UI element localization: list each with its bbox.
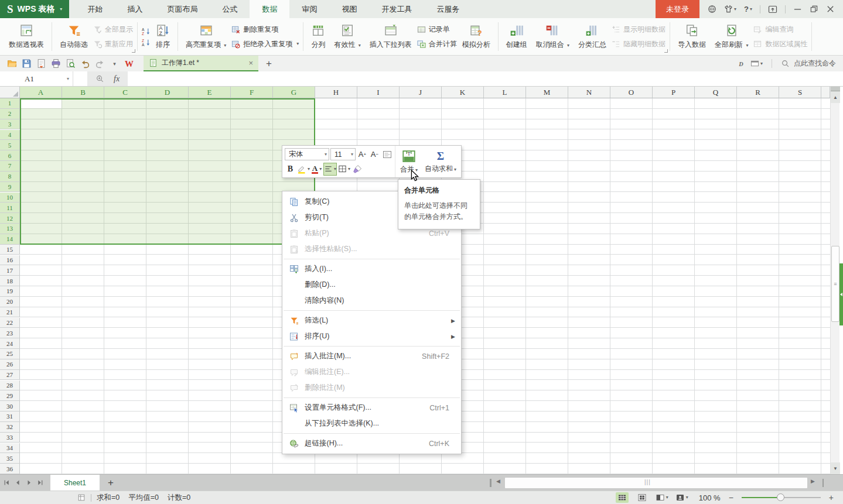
menu-tab-0[interactable]: 开始 (75, 0, 115, 18)
page-layout-view-icon[interactable] (636, 492, 649, 503)
scroll-down-icon[interactable]: ▼ (831, 462, 840, 474)
ribbon-button[interactable]: 取消组合 ▾ (533, 22, 573, 51)
row-header-6[interactable]: 6 (0, 150, 20, 161)
active-cell[interactable] (21, 100, 62, 108)
highlight-color-button[interactable]: ▾ (297, 163, 310, 176)
login-button[interactable]: 未登录 (656, 0, 699, 18)
menu-tab-7[interactable]: 开发工具 (369, 0, 424, 18)
row-header-25[interactable]: 25 (0, 349, 20, 359)
find-command[interactable]: D ▾ 点此查找命令 (738, 59, 843, 68)
scroll-left-icon[interactable]: ◀ (496, 478, 500, 484)
column-header-O[interactable]: O (610, 87, 653, 98)
zoom-selection-icon[interactable] (95, 74, 104, 83)
menu-tab-3[interactable]: 公式 (210, 0, 250, 18)
column-header-J[interactable]: J (400, 87, 442, 98)
help-icon[interactable]: ?▾ (744, 5, 752, 13)
font-name-select[interactable]: 宋体 ▾ (285, 148, 329, 160)
row-header-22[interactable]: 22 (0, 318, 20, 328)
name-box-caret-icon[interactable]: ▾ (67, 77, 69, 81)
ribbon-button[interactable]: 导入数据 (674, 22, 709, 51)
row-header-17[interactable]: 17 (0, 265, 20, 276)
menu-tab-2[interactable]: 页面布局 (155, 0, 210, 18)
context-menu-item-12[interactable]: 插入批注(M)...Shift+F2 (282, 348, 461, 364)
split-handle[interactable] (831, 87, 840, 91)
close-icon[interactable] (826, 5, 835, 13)
column-header-Q[interactable]: Q (695, 87, 737, 98)
row-header-30[interactable]: 30 (0, 401, 20, 412)
row-header-8[interactable]: 8 (0, 172, 20, 182)
ribbon-button[interactable]: 创建组 (503, 22, 531, 51)
print-icon[interactable] (49, 57, 63, 71)
context-menu-item-6[interactable]: 删除(D)... (282, 277, 461, 293)
dialog-launcher-icon[interactable] (132, 49, 135, 53)
ribbon-button[interactable]: 自动筛选 (56, 22, 91, 51)
autosum-button[interactable]: Σ 自动求和▾ (425, 150, 456, 174)
row-header-13[interactable]: 13 (0, 224, 20, 234)
ribbon-button[interactable]: 全部刷新 ▾ (711, 22, 752, 51)
row-header-5[interactable]: 5 (0, 140, 20, 150)
row-header-21[interactable]: 21 (0, 307, 20, 318)
community-icon[interactable] (708, 5, 716, 13)
column-header-R[interactable]: R (737, 87, 779, 98)
row-header-4[interactable]: 4 (0, 130, 20, 140)
sort-az-icon[interactable]: AZ (142, 27, 151, 36)
style-icon[interactable] (381, 148, 393, 161)
row-header-15[interactable]: 15 (0, 245, 20, 255)
row-header-33[interactable]: 33 (0, 433, 20, 443)
ribbon-button[interactable]: 分类汇总 (575, 22, 610, 51)
row-header-31[interactable]: 31 (0, 412, 20, 422)
horizontal-scroll-thumb[interactable] (505, 478, 807, 488)
column-header-A[interactable]: A (20, 87, 62, 98)
menu-tab-4[interactable]: 数据 (250, 0, 289, 18)
column-header-M[interactable]: M (526, 87, 568, 98)
row-header-2[interactable]: 2 (0, 109, 20, 119)
bold-button[interactable]: B (285, 163, 296, 176)
column-header-I[interactable]: I (357, 87, 400, 98)
row-header-32[interactable]: 32 (0, 422, 20, 433)
sort-za-icon[interactable]: ZA (142, 38, 151, 47)
insert-function-button[interactable]: fx (114, 74, 120, 84)
vertical-scroll-thumb[interactable]: ≡ (831, 246, 839, 322)
next-sheet-icon[interactable] (24, 478, 33, 488)
column-header-L[interactable]: L (484, 87, 526, 98)
row-header-29[interactable]: 29 (0, 390, 20, 401)
ribbon-button[interactable]: 分列 (308, 22, 329, 51)
scroll-up-icon[interactable]: ▲ (831, 91, 840, 103)
fullscreen-icon[interactable] (768, 5, 777, 14)
row-header-3[interactable]: 3 (0, 119, 20, 130)
borders-button[interactable]: ▾ (338, 163, 350, 176)
menu-tab-8[interactable]: 云服务 (424, 0, 472, 18)
column-header-K[interactable]: K (442, 87, 484, 98)
row-header-16[interactable]: 16 (0, 255, 20, 266)
context-menu-item-16[interactable]: 设置单元格格式(F)...Ctrl+1 (282, 400, 461, 416)
side-panel-tab[interactable] (839, 263, 843, 325)
context-menu-item-5[interactable]: 插入(I)... (282, 261, 461, 277)
last-sheet-icon[interactable] (35, 478, 45, 488)
row-header-24[interactable]: 24 (0, 338, 20, 349)
column-header-E[interactable]: E (189, 87, 231, 98)
normal-view-icon[interactable] (616, 492, 629, 503)
dialog-launcher-icon[interactable] (664, 49, 668, 53)
row-header-7[interactable]: 7 (0, 161, 20, 172)
zoom-slider[interactable] (742, 493, 821, 502)
column-header-G[interactable]: G (273, 87, 315, 98)
docer-icon[interactable]: D (738, 59, 746, 68)
align-button[interactable]: ▾ (323, 163, 337, 176)
row-header-14[interactable]: 14 (0, 234, 20, 245)
wps-writer-icon[interactable]: W (122, 57, 136, 71)
zoom-handle[interactable] (777, 493, 784, 501)
context-menu-item-19[interactable]: 超链接(H)...Ctrl+K (282, 436, 461, 451)
row-header-9[interactable]: 9 (0, 182, 20, 193)
ribbon-button[interactable]: AZ排序 (152, 22, 173, 51)
row-header-35[interactable]: 35 (0, 453, 20, 464)
reading-mode-icon[interactable]: ▾ (675, 492, 688, 503)
ribbon-button[interactable]: 记录单 (417, 25, 457, 35)
new-tab-button[interactable]: + (258, 58, 279, 70)
context-menu-item-10[interactable]: 排序(U)▶ (282, 328, 461, 344)
context-menu-item-7[interactable]: 清除内容(N) (282, 293, 461, 308)
column-header-N[interactable]: N (568, 87, 610, 98)
selection-range[interactable] (20, 98, 315, 245)
format-painter-icon[interactable] (351, 163, 363, 176)
add-sheet-button[interactable]: + (100, 477, 122, 489)
zoom-in-button[interactable]: + (828, 493, 835, 502)
